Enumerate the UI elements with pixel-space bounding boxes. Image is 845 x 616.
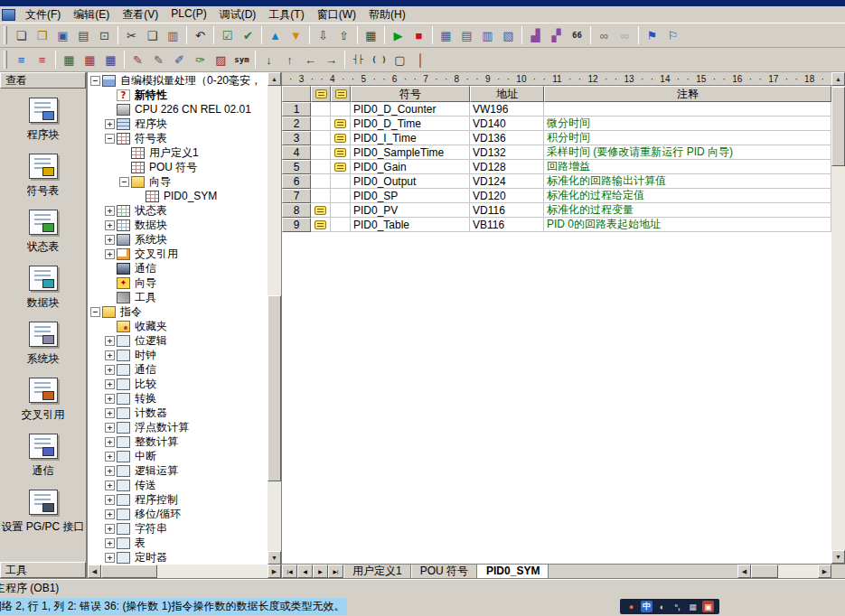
address-cell[interactable]: VD116 xyxy=(470,203,544,218)
sidebar-item-set-pg-pc-interface[interactable]: 设置 PG/PC 接口 xyxy=(0,490,86,537)
marker-cell-2[interactable] xyxy=(331,203,351,218)
row-header-corner[interactable] xyxy=(282,86,311,102)
tree-collapse-toggle[interactable]: − xyxy=(90,76,100,86)
marker-cell-2[interactable] xyxy=(331,117,351,131)
tree-expand-toggle[interactable]: + xyxy=(105,365,115,375)
marker-cell-1[interactable] xyxy=(311,145,331,160)
toolbar-grip[interactable] xyxy=(4,26,7,44)
tree-collapse-toggle[interactable]: − xyxy=(105,134,115,144)
tree-expand-toggle[interactable]: + xyxy=(105,220,115,230)
scroll-up-button[interactable]: ▲ xyxy=(268,72,281,86)
force-table-icon[interactable]: ▨ xyxy=(211,50,231,70)
address-cell[interactable]: VD132 xyxy=(470,145,544,160)
symbol-cell[interactable]: PID0_D_Time xyxy=(351,117,470,131)
menu-item-7[interactable]: 窗口(W) xyxy=(311,6,362,23)
tree-item-bit-logic[interactable]: +位逻辑 xyxy=(88,333,268,348)
tree-item-cpu[interactable]: CPU 226 CN REL 02.01 xyxy=(88,102,268,117)
tree-item-status-chart[interactable]: +状态表 xyxy=(88,203,268,218)
menu-item-5[interactable]: 调试(D) xyxy=(213,6,263,23)
symbol-cell[interactable]: PID0_Gain xyxy=(351,160,470,174)
empty-sheet-area[interactable] xyxy=(282,232,831,564)
compile-icon[interactable]: ☑ xyxy=(217,25,238,45)
sort-ascending-icon[interactable]: ⇩ xyxy=(313,25,333,45)
scroll-down-button[interactable]: ▼ xyxy=(831,550,845,564)
sidebar-item-status-chart[interactable]: 状态表 xyxy=(0,210,86,257)
marker-cell-1[interactable] xyxy=(311,117,331,131)
vertical-line-icon[interactable]: │ xyxy=(410,50,431,70)
copy-icon[interactable]: ❑ xyxy=(142,25,163,45)
contact-icon[interactable]: ┤├ xyxy=(348,50,369,70)
tree-item-table[interactable]: +表 xyxy=(88,536,268,550)
scroll-track[interactable] xyxy=(101,565,268,578)
tree-expand-toggle[interactable]: + xyxy=(105,509,115,519)
tree-item-convert[interactable]: +转换 xyxy=(88,391,268,406)
table-horizontal-scrollbar[interactable]: ◀ ▶ xyxy=(737,565,831,578)
tree-item-clock[interactable]: +时钟 xyxy=(88,348,268,362)
row-number-cell[interactable]: 2 xyxy=(282,117,311,131)
marker-cell-1[interactable] xyxy=(311,203,331,218)
scroll-thumb[interactable] xyxy=(101,565,157,578)
tree-expand-toggle[interactable]: + xyxy=(105,524,115,534)
address-cell[interactable]: VD136 xyxy=(470,131,544,145)
force-icon[interactable]: ✎ xyxy=(127,50,148,70)
address-cell[interactable]: VD128 xyxy=(470,160,544,174)
tree-item-timers[interactable]: +定时器 xyxy=(88,550,268,565)
tree-item-symbol-table[interactable]: −符号表 xyxy=(88,131,268,145)
save-project-icon[interactable]: ▣ xyxy=(52,25,73,45)
tree-expand-toggle[interactable]: + xyxy=(105,538,115,548)
menu-item-8[interactable]: 帮助(H) xyxy=(362,6,412,23)
tree-item-integer-math[interactable]: +整数计算 xyxy=(88,434,268,449)
scroll-thumb[interactable] xyxy=(751,565,778,578)
line-down-icon[interactable]: ↓ xyxy=(258,50,279,70)
download-icon[interactable]: ▼ xyxy=(286,25,306,45)
print-preview-icon[interactable]: ⊡ xyxy=(94,25,115,45)
tree-item-pid0-sym[interactable]: PID0_SYM xyxy=(88,189,268,203)
marker-cell-2[interactable] xyxy=(331,145,351,160)
scroll-left-button[interactable]: ◀ xyxy=(88,565,101,578)
marker-cell-2[interactable] xyxy=(331,160,351,174)
view-bar-header[interactable]: 查看 xyxy=(0,72,86,89)
tree-item-whats-new[interactable]: ?新特性 xyxy=(88,88,268,102)
menu-item-1[interactable]: 文件(F) xyxy=(19,6,67,23)
marker-cell-2[interactable] xyxy=(331,102,351,117)
symbol-cell[interactable]: PID0_PV xyxy=(351,203,470,218)
bookmark-clear-icon[interactable]: ⚐ xyxy=(662,25,683,45)
sidebar-item-data-block[interactable]: 数据块 xyxy=(0,266,86,313)
toolbox-icon[interactable]: ▣ xyxy=(702,601,714,612)
paste-icon[interactable]: ▥ xyxy=(163,25,183,45)
tree-expand-toggle[interactable]: + xyxy=(105,235,115,245)
address-cell[interactable]: VB116 xyxy=(470,218,544,232)
marker-cell-1[interactable] xyxy=(311,131,331,145)
row-number-cell[interactable]: 5 xyxy=(282,160,311,174)
address-cell[interactable]: VW196 xyxy=(470,102,544,117)
prev-tab-button[interactable]: ◀ xyxy=(297,565,313,578)
first-tab-button[interactable]: |◀ xyxy=(282,565,297,578)
tree-item-counters[interactable]: +计数器 xyxy=(88,406,268,420)
row-number-cell[interactable]: 1 xyxy=(282,102,311,117)
options-icon[interactable]: ▦ xyxy=(361,25,381,45)
scroll-track[interactable] xyxy=(268,86,281,551)
sidebar-item-communications[interactable]: 通信 xyxy=(0,434,86,481)
comment-cell[interactable]: 标准化的过程给定值 xyxy=(544,189,831,203)
toolbar-grip[interactable] xyxy=(4,51,7,69)
tree-expand-toggle[interactable]: + xyxy=(105,466,115,476)
stop-mode-icon[interactable]: ■ xyxy=(408,25,429,45)
tree-expand-toggle[interactable]: + xyxy=(105,423,115,433)
tree-item-interrupt[interactable]: +中断 xyxy=(88,449,268,463)
marker-cell-1[interactable] xyxy=(311,189,331,203)
row-number-cell[interactable]: 9 xyxy=(282,218,311,232)
table-edit-icon[interactable]: ▦ xyxy=(100,50,121,70)
tree-item-comm-instructions[interactable]: +通信 xyxy=(88,362,268,377)
address-cell[interactable]: VD124 xyxy=(470,174,544,189)
input-method-logo-icon[interactable]: ● xyxy=(625,601,637,612)
program-editor-window-icon[interactable]: ▦ xyxy=(436,25,456,45)
tree-item-floating-point-math[interactable]: +浮点数计算 xyxy=(88,420,268,434)
compile-all-icon[interactable]: ✔ xyxy=(238,25,258,45)
tree-item-move[interactable]: +传送 xyxy=(88,478,268,492)
chart-status-on-icon[interactable]: ▟ xyxy=(525,25,546,45)
program-status-glasses-icon[interactable]: 66 xyxy=(567,25,587,45)
marker-cell-2[interactable] xyxy=(331,218,351,232)
sidebar-item-symbol-table[interactable]: 符号表 xyxy=(0,154,86,201)
tree-expand-toggle[interactable]: + xyxy=(105,452,115,462)
upload-icon[interactable]: ▲ xyxy=(265,25,286,45)
